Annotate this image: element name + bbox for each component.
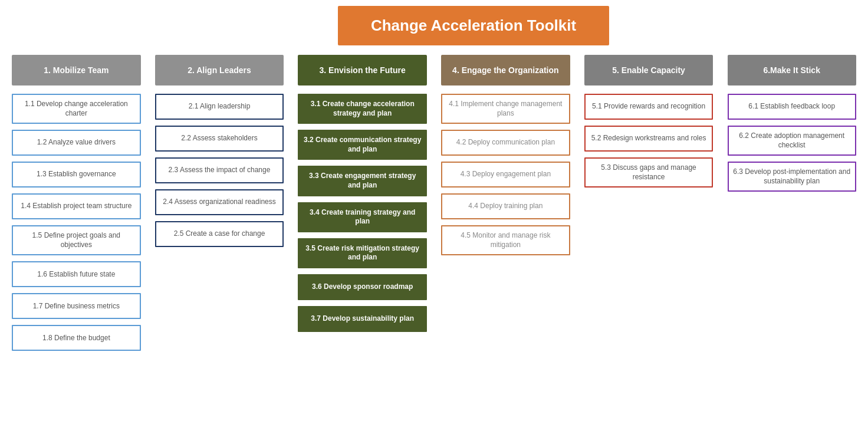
- column-col3: 3. Envision the Future3.1 Create change …: [291, 55, 434, 357]
- column-col1: 1. Mobilize Team1.1 Develop change accel…: [5, 55, 148, 357]
- card-col1-6[interactable]: 1.7 Define business metrics: [12, 293, 140, 319]
- card-col1-3[interactable]: 1.4 Establish project team structure: [12, 193, 140, 219]
- column-col5: 5. Enable Capacity5.1 Provide rewards an…: [577, 55, 721, 357]
- card-col6-2[interactable]: 6.3 Develop post-implementation and sust…: [728, 162, 856, 192]
- column-col2: 2. Align Leaders2.1 Align leadership2.2 …: [148, 55, 291, 357]
- card-col5-0[interactable]: 5.1 Provide rewards and recognition: [584, 94, 713, 120]
- card-col3-6[interactable]: 3.7 Develop sustainability plan: [298, 306, 426, 332]
- card-col2-4[interactable]: 2.5 Create a case for change: [155, 221, 284, 247]
- card-col2-1[interactable]: 2.2 Assess stakeholders: [155, 126, 284, 152]
- card-col3-3[interactable]: 3.4 Create training strategy and plan: [298, 202, 426, 232]
- card-col1-7[interactable]: 1.8 Define the budget: [12, 325, 140, 351]
- card-col1-1[interactable]: 1.2 Analyze value drivers: [12, 130, 140, 156]
- card-col3-4[interactable]: 3.5 Create risk mitigation strategy and …: [298, 238, 426, 268]
- card-col3-2[interactable]: 3.3 Create engagement strategy and plan: [298, 166, 426, 196]
- columns-container: 1. Mobilize Team1.1 Develop change accel…: [5, 55, 863, 357]
- card-col6-0[interactable]: 6.1 Establish feedback loop: [728, 94, 856, 120]
- column-col4: 4. Engage the Organization4.1 Implement …: [434, 55, 577, 357]
- col-header-col2: 2. Align Leaders: [155, 55, 284, 85]
- card-col3-5[interactable]: 3.6 Develop sponsor roadmap: [298, 274, 426, 300]
- card-col5-1[interactable]: 5.2 Redesign workstreams and roles: [584, 126, 713, 152]
- card-col2-2[interactable]: 2.3 Assess the impact of change: [155, 157, 284, 183]
- card-col1-4[interactable]: 1.5 Define project goals and objectives: [12, 225, 140, 255]
- col-header-col3: 3. Envision the Future: [298, 55, 426, 85]
- card-col4-1[interactable]: 4.2 Deploy communication plan: [441, 130, 570, 156]
- card-col3-0[interactable]: 3.1 Create change acceleration strategy …: [298, 94, 426, 124]
- card-col1-5[interactable]: 1.6 Establish future state: [12, 261, 140, 287]
- card-col4-2[interactable]: 4.3 Deploy engagement plan: [441, 162, 570, 188]
- col-header-col1: 1. Mobilize Team: [12, 55, 140, 85]
- card-col1-2[interactable]: 1.3 Establish governance: [12, 162, 140, 188]
- page-wrapper: Change Acceleration Toolkit 1. Mobilize …: [0, 0, 868, 363]
- col-header-col6: 6.Make It Stick: [728, 55, 856, 85]
- card-col1-0[interactable]: 1.1 Develop change acceleration charter: [12, 94, 140, 124]
- page-title: Change Acceleration Toolkit: [338, 6, 609, 45]
- card-col6-1[interactable]: 6.2 Create adoption management checklist: [728, 126, 856, 156]
- card-col2-0[interactable]: 2.1 Align leadership: [155, 94, 284, 120]
- card-col4-0[interactable]: 4.1 Implement change management plans: [441, 94, 570, 124]
- card-col3-1[interactable]: 3.2 Create communication strategy and pl…: [298, 130, 426, 160]
- card-col4-3[interactable]: 4.4 Deploy training plan: [441, 193, 570, 219]
- card-col5-2[interactable]: 5.3 Discuss gaps and manage resistance: [584, 157, 713, 188]
- col-header-col5: 5. Enable Capacity: [584, 55, 713, 85]
- col-header-col4: 4. Engage the Organization: [441, 55, 570, 85]
- column-col6: 6.Make It Stick6.1 Establish feedback lo…: [720, 55, 863, 357]
- card-col2-3[interactable]: 2.4 Assess organizational readiness: [155, 189, 284, 215]
- card-col4-4[interactable]: 4.5 Monitor and manage risk mitigation: [441, 225, 570, 255]
